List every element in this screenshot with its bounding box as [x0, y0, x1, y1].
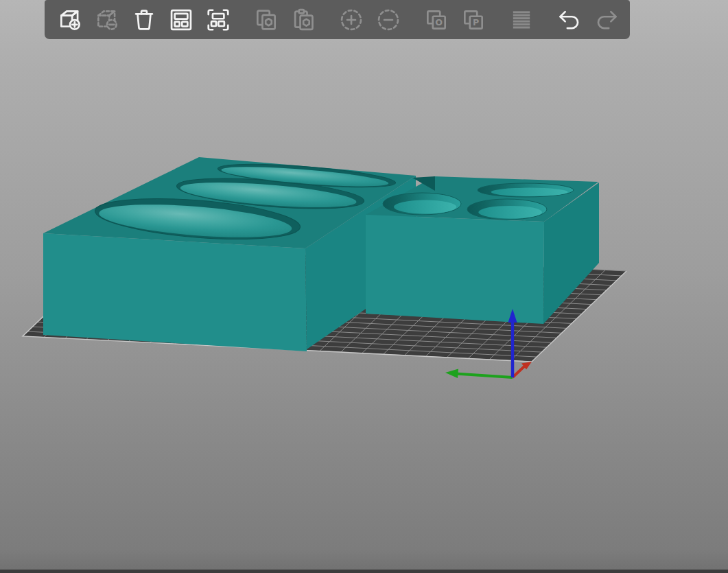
toolbar-button-delete-object [93, 4, 121, 36]
paste-icon [290, 7, 316, 33]
toolbar-button-add-object[interactable] [56, 4, 84, 36]
toolbar-button-split-to-parts: P [459, 4, 488, 36]
toolbar-button-arrange-selection[interactable] [204, 4, 233, 36]
right-block-front-face [366, 215, 544, 324]
viewport-3d[interactable] [0, 0, 728, 573]
remove-cube-icon [94, 7, 120, 33]
toolbar-button-undo[interactable] [555, 4, 584, 36]
layers-icon [508, 7, 535, 33]
toolbar-button-redo [592, 4, 621, 36]
arrange-icon [168, 7, 194, 33]
toolbar-button-variable-layer-height [507, 4, 536, 36]
scene-svg [0, 0, 728, 573]
cavity-cup [467, 199, 547, 220]
arrange-selection-icon [205, 7, 231, 33]
toolbar-button-split-to-objects: O [422, 4, 451, 36]
cavity-cup [478, 183, 574, 197]
copy-icon [253, 7, 279, 33]
svg-text:O: O [435, 17, 443, 27]
undo-icon [556, 7, 583, 33]
instance-remove-icon [375, 7, 401, 33]
axis-y-arrow [445, 369, 458, 379]
toolbar-button-add-instance [337, 4, 366, 36]
toolbar-button-remove-instance [374, 4, 403, 36]
toolbar-button-paste [289, 4, 318, 36]
svg-text:P: P [473, 17, 479, 27]
left-block-front-face [43, 233, 307, 351]
toolbar-button-copy [252, 4, 281, 36]
split-parts-icon: P [460, 7, 486, 33]
redo-icon [594, 7, 620, 33]
toolbar-button-arrange[interactable] [167, 4, 196, 36]
instance-add-icon [338, 7, 364, 33]
top-toolbar: OP [45, 0, 630, 39]
toolbar-button-delete-all[interactable] [130, 4, 158, 36]
split-objects-icon: O [423, 7, 449, 33]
trash-icon [131, 7, 157, 33]
cavity-cup [383, 193, 461, 215]
window-bottom-edge [0, 570, 728, 573]
add-cube-icon [57, 7, 83, 33]
